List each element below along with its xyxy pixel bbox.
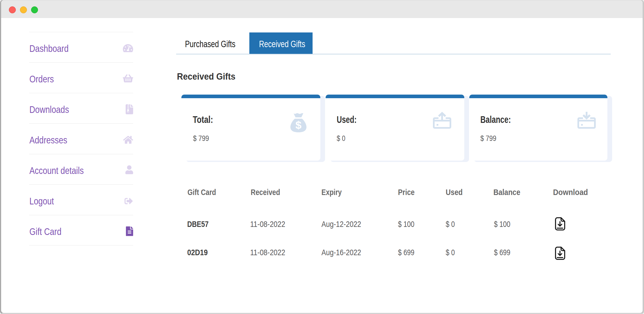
svg-text:$: $ <box>295 119 301 131</box>
